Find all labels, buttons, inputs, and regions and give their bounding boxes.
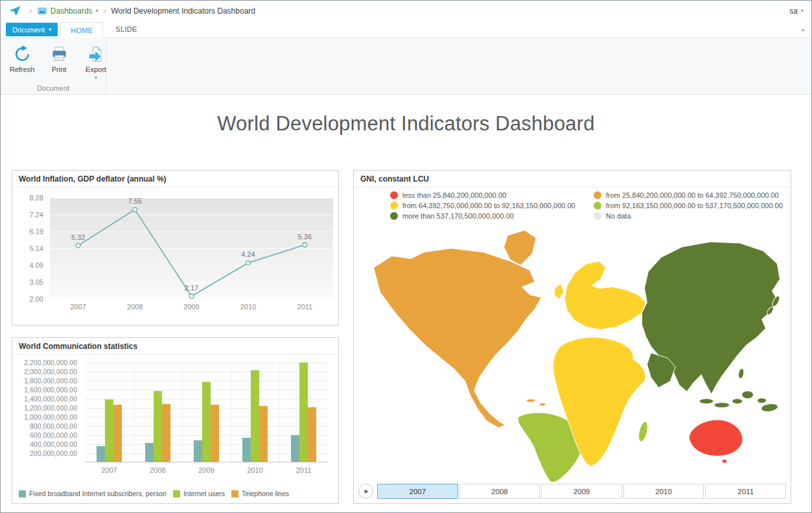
panel-inflation: World Inflation, GDP deflator (annual %)…: [12, 170, 339, 326]
map-region-uk[interactable]: [554, 284, 564, 300]
legend-item: from 92,163,150,000,000.00 to 537,170,50…: [594, 202, 783, 209]
chevron-down-icon: [96, 8, 99, 14]
map-region-indonesia[interactable]: [732, 399, 743, 404]
document-menu-button[interactable]: Document: [6, 23, 58, 36]
y-tick-label: 600,000,000.00: [30, 431, 77, 439]
map-region-tasmania[interactable]: [722, 459, 727, 463]
legend-color-dot: [390, 212, 398, 220]
user-menu[interactable]: sa: [789, 6, 804, 16]
legend-color-swatch: [231, 490, 238, 497]
map-region-indonesia[interactable]: [699, 399, 713, 404]
y-tick-label: 2,200,000,000.00: [24, 359, 77, 366]
export-icon: [87, 44, 105, 64]
bar-group-2010: [231, 363, 279, 462]
breadcrumb-dashboards[interactable]: Dashboards: [37, 6, 99, 16]
y-tick-label: 2,000,000,000.00: [24, 368, 77, 376]
inflation-plot: 5.327.552.174.245.36: [50, 198, 333, 299]
bar-2009[interactable]: [202, 382, 211, 462]
map-region-north-america[interactable]: [374, 248, 542, 428]
legend-label: No data: [606, 212, 631, 220]
legend-label: from 25,840,200,000,000.00 to 64,392,750…: [606, 191, 779, 199]
map-region-madagascar[interactable]: [637, 421, 649, 443]
legend-color-dot: [594, 202, 601, 209]
timeline-years: 20072008200920102011: [377, 484, 786, 499]
communication-y-axis: 2,200,000,000.002,000,000,000.001,800,00…: [12, 363, 81, 462]
panel-communication: World Communication statistics 2,200,000…: [12, 337, 339, 504]
year-button-2011[interactable]: 2011: [705, 484, 786, 499]
collapse-ribbon-icon[interactable]: [802, 27, 804, 32]
x-tick-label: 2008: [106, 303, 163, 311]
map-legend: less than 25,840,200,000,000.00from 25,8…: [390, 191, 783, 220]
print-button[interactable]: Print: [45, 43, 73, 82]
timeline: 20072008200920102011: [358, 484, 786, 499]
communication-plot: [85, 363, 328, 462]
bar-2009[interactable]: [194, 440, 202, 462]
year-button-2007[interactable]: 2007: [377, 484, 458, 499]
bar-2007[interactable]: [113, 405, 122, 462]
breadcrumb-current: World Development Indicators Dashboard: [111, 6, 255, 16]
tab-home[interactable]: HOME: [60, 22, 103, 38]
bar-2008[interactable]: [145, 443, 154, 462]
legend-label: from 92,163,150,000,000.00 to 537,170,50…: [606, 202, 783, 209]
year-button-2010[interactable]: 2010: [623, 484, 704, 499]
ribbon: Refresh Print Export Document: [1, 38, 811, 95]
tab-slide[interactable]: SLIDE: [106, 21, 146, 38]
bar-2008[interactable]: [162, 404, 170, 462]
gni-map-area: less than 25,840,200,000,000.00from 25,8…: [354, 187, 791, 503]
x-tick-label: 2010: [220, 303, 276, 311]
bar-2011[interactable]: [308, 407, 316, 462]
y-tick-label: 5.14: [30, 245, 43, 252]
y-tick-label: 400,000,000.00: [30, 440, 77, 448]
bar-2011[interactable]: [299, 363, 308, 462]
app-logo-icon[interactable]: [8, 5, 21, 18]
breadcrumb-separator-icon: [103, 8, 107, 15]
year-button-2009[interactable]: 2009: [541, 484, 622, 499]
bar-group-2009: [182, 363, 231, 462]
map-region-philippines[interactable]: [737, 368, 745, 379]
bar-2008[interactable]: [154, 391, 162, 462]
bar-2010[interactable]: [251, 370, 259, 462]
bar-2011[interactable]: [291, 435, 299, 462]
legend-label: from 64,392,750,000,000.00 to 92,163,150…: [402, 202, 575, 209]
y-tick-label: 200,000,000.00: [30, 449, 77, 457]
map-region-indonesia[interactable]: [758, 398, 767, 403]
y-tick-label: 2.00: [30, 295, 43, 303]
x-tick-label: 2008: [133, 466, 182, 474]
map-region-caribbean[interactable]: [526, 399, 535, 402]
y-tick-label: 1,800,000,000.00: [24, 377, 77, 385]
map-region-indonesia[interactable]: [714, 403, 730, 408]
refresh-button[interactable]: Refresh: [8, 43, 36, 82]
dashboards-icon: [37, 6, 47, 16]
export-label: Export: [86, 66, 106, 73]
x-tick-label: 2011: [279, 466, 328, 474]
bar-group-2007: [85, 363, 133, 462]
legend-color-dot: [594, 212, 601, 220]
x-tick-label: 2011: [277, 303, 333, 311]
map-region-caribbean[interactable]: [539, 403, 546, 405]
map-region-australia[interactable]: [689, 420, 743, 456]
inflation-x-axis: 20072008200920102011: [50, 303, 333, 311]
export-button[interactable]: Export: [82, 43, 110, 82]
bar-2010[interactable]: [259, 406, 268, 462]
map-region-greenland[interactable]: [504, 230, 537, 265]
map-region-indonesia[interactable]: [742, 391, 754, 399]
panel-inflation-title: World Inflation, GDP deflator (annual %): [12, 171, 338, 187]
map-region-new-guinea[interactable]: [761, 403, 778, 412]
legend-item: Telephone lines: [231, 490, 289, 497]
dashboard-canvas: World Development Indicators Dashboard W…: [1, 95, 811, 512]
bar-2009[interactable]: [211, 405, 219, 462]
year-button-2008[interactable]: 2008: [459, 484, 540, 499]
x-tick-label: 2009: [182, 466, 231, 474]
ribbon-group-label: Document: [1, 84, 106, 92]
page-title: World Development Indicators Dashboard: [1, 112, 811, 136]
bar-2010[interactable]: [242, 438, 251, 462]
app-window: Dashboards World Development Indicators …: [0, 0, 812, 513]
bar-2007[interactable]: [105, 400, 113, 462]
communication-x-axis: 20072008200920102011: [85, 466, 328, 474]
map-region-europe[interactable]: [564, 261, 645, 329]
x-tick-label: 2007: [85, 466, 133, 474]
play-button[interactable]: [358, 484, 373, 499]
legend-color-dot: [390, 191, 398, 199]
chevron-down-icon: [801, 8, 804, 14]
bar-2007[interactable]: [97, 446, 105, 462]
